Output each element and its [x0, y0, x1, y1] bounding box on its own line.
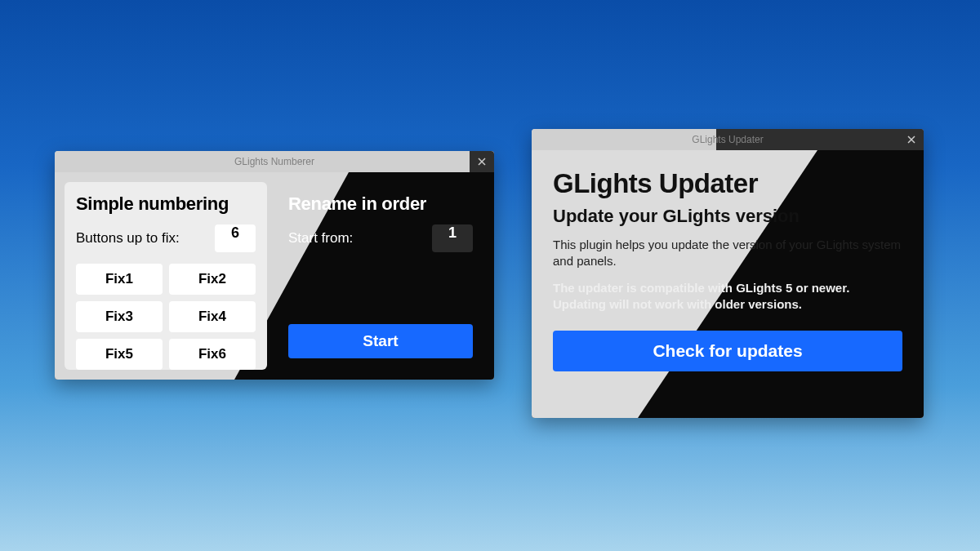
close-icon — [907, 136, 915, 144]
simple-heading: Simple numbering — [76, 193, 256, 215]
updater-close-button[interactable] — [899, 129, 924, 150]
updater-heading: GLights Updater — [553, 168, 902, 199]
updater-description: This plugin helps you update the version… — [553, 237, 902, 270]
updater-subheading: Update your GLights version — [553, 206, 902, 227]
fix-button-1[interactable]: Fix1 — [76, 264, 163, 295]
updater-title: GLights Updater — [692, 134, 763, 145]
check-updates-button[interactable]: Check for updates — [553, 331, 902, 371]
start-button[interactable]: Start — [288, 324, 473, 358]
updater-titlebar: GLights Updater — [532, 129, 924, 150]
rename-field-row: Start from: 1 — [288, 224, 473, 252]
close-icon — [478, 158, 486, 166]
numberer-title: GLights Numberer — [234, 156, 314, 167]
fix-button-6[interactable]: Fix6 — [169, 339, 256, 370]
fix-button-3[interactable]: Fix3 — [76, 301, 163, 332]
start-from-input[interactable]: 1 — [432, 224, 473, 252]
buttons-count-input[interactable]: 6 — [215, 224, 256, 252]
numberer-body: Simple numbering Buttons up to fix: 6 Fi… — [55, 172, 494, 380]
updater-compat-note: The updater is compatible with GLights 5… — [553, 280, 902, 313]
numberer-window: GLights Numberer Simple numbering Button… — [55, 151, 494, 380]
fix-button-4[interactable]: Fix4 — [169, 301, 256, 332]
simple-field-row: Buttons up to fix: 6 — [76, 224, 256, 252]
simple-numbering-panel: Simple numbering Buttons up to fix: 6 Fi… — [65, 182, 267, 370]
rename-heading: Rename in order — [288, 193, 473, 215]
fix-button-2[interactable]: Fix2 — [169, 264, 256, 295]
fix-buttons-grid: Fix1 Fix2 Fix3 Fix4 Fix5 Fix6 — [76, 264, 256, 370]
buttons-up-to-label: Buttons up to fix: — [76, 230, 180, 247]
start-from-label: Start from: — [288, 230, 353, 247]
updater-content: GLights Updater Update your GLights vers… — [532, 150, 924, 418]
updater-window: GLights Updater GLights Updater Update y… — [532, 129, 924, 418]
numberer-titlebar: GLights Numberer — [55, 151, 494, 172]
updater-body: GLights Updater Update your GLights vers… — [532, 150, 924, 418]
numberer-close-button[interactable] — [470, 151, 494, 172]
fix-button-5[interactable]: Fix5 — [76, 339, 163, 370]
rename-panel: Rename in order Start from: 1 Start — [277, 182, 484, 370]
